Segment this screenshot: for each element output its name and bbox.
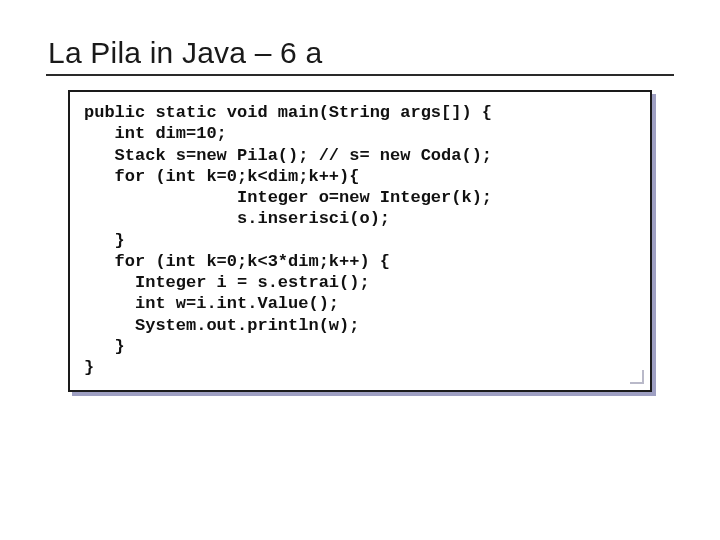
code-content: public static void main(String args[]) {…: [84, 102, 636, 378]
fold-corner-icon: [630, 370, 644, 384]
slide: La Pila in Java – 6 a public static void…: [0, 0, 720, 540]
slide-title: La Pila in Java – 6 a: [48, 36, 674, 70]
code-block: public static void main(String args[]) {…: [68, 90, 652, 392]
title-underline: [46, 74, 674, 76]
